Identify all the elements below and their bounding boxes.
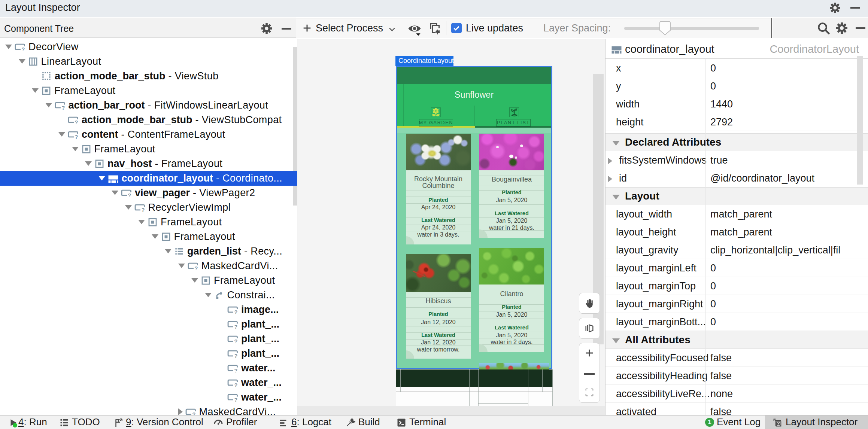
svg-text:?: ? [234,397,238,402]
svg-text:?: ? [234,353,238,359]
svg-text:?: ? [75,119,78,125]
svg-text:?: ? [234,382,238,388]
svg-text:?: ? [61,105,65,110]
svg-text:?: ? [234,324,238,329]
svg-text:?: ? [234,309,238,315]
svg-text:?: ? [234,338,238,344]
svg-text:?: ? [194,265,198,271]
svg-text:?: ? [192,411,195,416]
svg-text:?: ? [128,192,131,198]
svg-text:?: ? [141,207,145,213]
svg-text:?: ? [234,368,238,373]
svg-text:?: ? [75,134,78,140]
svg-text:?: ? [22,46,25,52]
